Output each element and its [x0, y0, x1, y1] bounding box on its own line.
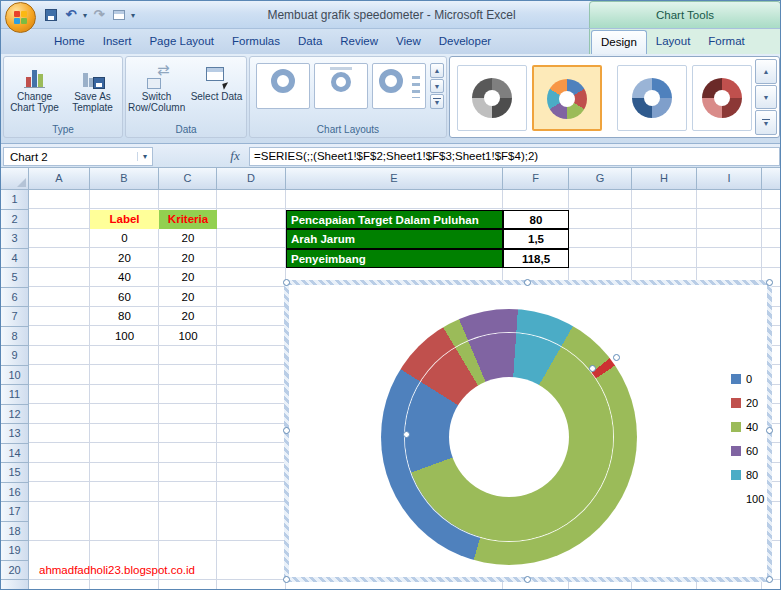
- cell-c5[interactable]: 20: [159, 268, 217, 288]
- cell-c4[interactable]: 20: [159, 249, 217, 269]
- tab-format[interactable]: Format: [699, 30, 753, 54]
- row-header-5[interactable]: 5: [1, 268, 29, 288]
- row-header-18[interactable]: 18: [1, 522, 29, 542]
- tab-formulas[interactable]: Formulas: [223, 30, 289, 54]
- change-chart-type-button[interactable]: Change Chart Type: [6, 60, 63, 124]
- tab-design[interactable]: Design: [591, 30, 647, 54]
- office-button[interactable]: [5, 2, 36, 33]
- column-header-A[interactable]: A: [29, 168, 90, 190]
- name-box-dropdown-icon[interactable]: ▾: [137, 152, 152, 161]
- row-header-9[interactable]: 9: [1, 346, 29, 366]
- column-header-H[interactable]: H: [632, 168, 697, 190]
- row-header-19[interactable]: 19: [1, 541, 29, 561]
- cell-e4[interactable]: Penyeimbang: [286, 249, 503, 269]
- column-header-E[interactable]: E: [286, 168, 503, 190]
- row-header-partial[interactable]: [1, 580, 29, 590]
- cell-b7[interactable]: 80: [90, 307, 159, 327]
- legend-entry-60[interactable]: 60: [731, 439, 775, 463]
- chart-style-4[interactable]: [692, 65, 752, 131]
- row-header-10[interactable]: 10: [1, 366, 29, 386]
- series-point-handle[interactable]: [403, 431, 410, 438]
- grid[interactable]: Label Kriteria Pencapaian Target Dalam P…: [29, 190, 781, 590]
- styles-scroll-up-button[interactable]: ▲: [755, 59, 777, 84]
- styles-scroll-down-button[interactable]: ▼: [755, 85, 777, 110]
- row-header-6[interactable]: 6: [1, 288, 29, 308]
- series-point-handle[interactable]: [613, 354, 620, 361]
- cell-f4[interactable]: 118,5: [503, 249, 569, 269]
- chart-handle-sw[interactable]: [283, 576, 290, 583]
- cell-b8[interactable]: 100: [90, 327, 159, 347]
- doughnut-outer-ring[interactable]: [381, 309, 637, 565]
- cell-f3[interactable]: 1,5: [503, 229, 569, 249]
- chart-style-1[interactable]: [457, 65, 527, 131]
- row-header-4[interactable]: 4: [1, 249, 29, 269]
- column-header-B[interactable]: B: [90, 168, 159, 190]
- row-header-8[interactable]: 8: [1, 327, 29, 347]
- column-header-I[interactable]: I: [697, 168, 762, 190]
- chart-handle-ne[interactable]: [766, 279, 773, 286]
- cell-e2[interactable]: Pencapaian Target Dalam Puluhan: [286, 210, 503, 230]
- chart-legend[interactable]: 020406080100: [731, 367, 775, 511]
- legend-entry-0[interactable]: 0: [731, 367, 775, 391]
- layouts-scroll-down-button[interactable]: ▼: [430, 79, 444, 94]
- chart-layout-1[interactable]: [256, 63, 310, 109]
- cell-e3[interactable]: Arah Jarum: [286, 229, 503, 249]
- select-data-button[interactable]: Select Data: [188, 60, 245, 124]
- series-point-handle[interactable]: [589, 365, 596, 372]
- tab-view[interactable]: View: [387, 30, 430, 54]
- row-header-14[interactable]: 14: [1, 444, 29, 464]
- chart-layout-2[interactable]: [314, 63, 368, 109]
- cell-c6[interactable]: 20: [159, 288, 217, 308]
- column-header-F[interactable]: F: [503, 168, 569, 190]
- cell-b2[interactable]: Label: [90, 210, 159, 230]
- column-header-D[interactable]: D: [217, 168, 286, 190]
- tab-insert[interactable]: Insert: [94, 30, 141, 54]
- cell-b4[interactable]: 20: [90, 249, 159, 269]
- row-header-12[interactable]: 12: [1, 405, 29, 425]
- cell-c3[interactable]: 20: [159, 229, 217, 249]
- chart-handle-se[interactable]: [766, 576, 773, 583]
- select-all-corner[interactable]: [1, 168, 29, 190]
- legend-entry-20[interactable]: 20: [731, 391, 775, 415]
- chart-handle-s[interactable]: [524, 576, 531, 583]
- cell-b6[interactable]: 60: [90, 288, 159, 308]
- chart-style-2-selected[interactable]: [532, 65, 602, 131]
- tab-review[interactable]: Review: [331, 30, 387, 54]
- tab-data[interactable]: Data: [289, 30, 331, 54]
- styles-more-button[interactable]: ▼: [755, 110, 777, 135]
- legend-entry-80[interactable]: 80: [731, 463, 775, 487]
- legend-entry-100[interactable]: 100: [731, 487, 775, 511]
- tab-layout[interactable]: Layout: [647, 30, 700, 54]
- row-header-3[interactable]: 3: [1, 229, 29, 249]
- chart-layout-3[interactable]: [372, 63, 426, 109]
- tab-home[interactable]: Home: [45, 30, 94, 54]
- cell-c2[interactable]: Kriteria: [159, 210, 217, 230]
- chart-handle-n[interactable]: [524, 279, 531, 286]
- layouts-more-button[interactable]: ▼: [430, 94, 444, 109]
- insert-function-button[interactable]: fx: [223, 148, 247, 165]
- cell-f2[interactable]: 80: [503, 210, 569, 230]
- switch-row-column-button[interactable]: ⇄ Switch Row/Column: [128, 60, 185, 124]
- layouts-scroll-up-button[interactable]: ▲: [430, 63, 444, 78]
- tab-developer[interactable]: Developer: [430, 30, 500, 54]
- row-header-16[interactable]: 16: [1, 483, 29, 503]
- cell-c8[interactable]: 100: [159, 327, 217, 347]
- chart-handle-nw[interactable]: [283, 279, 290, 286]
- row-header-1[interactable]: 1: [1, 190, 29, 210]
- formula-input[interactable]: =SERIES(;;(Sheet1!$F$2;Sheet1!$F$3;Sheet…: [249, 147, 780, 166]
- chart-handle-e[interactable]: [766, 427, 773, 434]
- column-header-partial[interactable]: [762, 168, 781, 190]
- cell-c7[interactable]: 20: [159, 307, 217, 327]
- row-header-7[interactable]: 7: [1, 307, 29, 327]
- row-header-11[interactable]: 11: [1, 385, 29, 405]
- column-header-G[interactable]: G: [569, 168, 632, 190]
- column-header-C[interactable]: C: [159, 168, 217, 190]
- name-box[interactable]: Chart 2 ▾: [3, 147, 153, 166]
- tab-page-layout[interactable]: Page Layout: [140, 30, 223, 54]
- doughnut-inner-ring[interactable]: [405, 333, 613, 541]
- row-header-15[interactable]: 15: [1, 463, 29, 483]
- chart-handle-w[interactable]: [283, 427, 290, 434]
- speedometer-chart[interactable]: 020406080100: [284, 280, 772, 582]
- row-header-13[interactable]: 13: [1, 424, 29, 444]
- chart-style-3[interactable]: [617, 65, 687, 131]
